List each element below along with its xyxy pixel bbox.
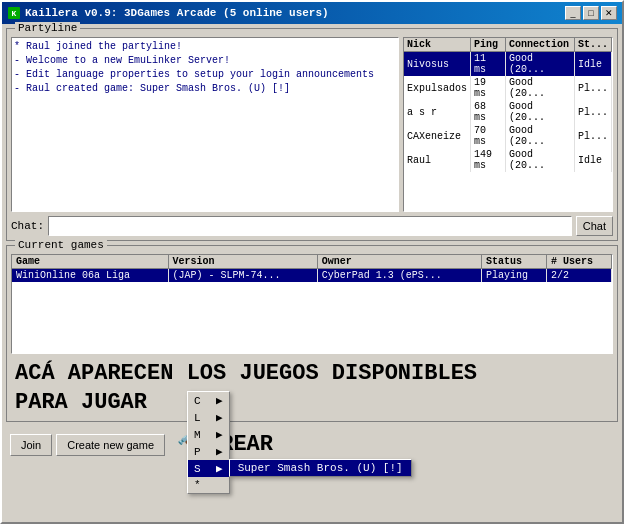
table-row[interactable]: Raul149 msGood (20...Idle xyxy=(404,148,612,172)
context-menu-item-p[interactable]: P▶ xyxy=(188,443,229,460)
chat-message: - Edit language properties to setup your… xyxy=(14,68,396,82)
user-nick: CAXeneize xyxy=(404,124,471,148)
context-menu-item-c[interactable]: C▶ xyxy=(188,392,229,409)
current-games-group: Current games Game Version Owner Status … xyxy=(6,245,618,422)
user-ping: 149 ms xyxy=(471,148,506,172)
partyline-content: * Raul joined the partyline!- Welcome to… xyxy=(7,29,617,240)
users-table-container: Nick Ping Connection St... Nivosus11 msG… xyxy=(403,37,613,212)
user-status: Idle xyxy=(574,52,611,77)
user-nick: Expulsados xyxy=(404,76,471,100)
submenu-arrow-icon: ▶ xyxy=(208,445,223,458)
col-game: Game xyxy=(12,255,168,269)
table-row[interactable]: WiniOnline 06a Liga(JAP) - SLPM-74...Cyb… xyxy=(12,269,612,283)
partyline-label: Partyline xyxy=(15,22,80,34)
games-table-container: Game Version Owner Status # Users WiniOn… xyxy=(11,254,613,354)
users-table: Nick Ping Connection St... Nivosus11 msG… xyxy=(404,38,612,172)
user-connection: Good (20... xyxy=(505,124,574,148)
chat-message: - Welcome to a new EmuLinker Server! xyxy=(14,54,396,68)
col-ping: Ping xyxy=(471,38,506,52)
user-status: Idle xyxy=(574,148,611,172)
window-title: Kaillera v0.9: 3DGames Arcade (5 online … xyxy=(25,7,329,19)
games-content: Game Version Owner Status # Users WiniOn… xyxy=(7,246,617,421)
submenu-arrow-icon: ▶ xyxy=(208,428,223,441)
col-nick: Nick xyxy=(404,38,471,52)
title-bar: K Kaillera v0.9: 3DGames Arcade (5 onlin… xyxy=(2,2,622,24)
app-icon: K xyxy=(7,6,21,20)
user-nick: Raul xyxy=(404,148,471,172)
context-menu-item-l[interactable]: L▶ xyxy=(188,409,229,426)
create-new-game-button[interactable]: Create new game xyxy=(56,434,165,456)
user-ping: 19 ms xyxy=(471,76,506,100)
title-controls: _ □ ✕ xyxy=(565,6,617,20)
join-button[interactable]: Join xyxy=(10,434,52,456)
col-status: Status xyxy=(482,255,547,269)
chat-message: - Raul created game: Super Smash Bros. (… xyxy=(14,82,396,96)
submenu-arrow-icon: ▶ xyxy=(208,394,223,407)
chat-input[interactable] xyxy=(48,216,572,236)
game-game: WiniOnline 06a Liga xyxy=(12,269,168,283)
bottom-buttons: Join Create new game 🔨 CREAR xyxy=(6,426,618,461)
menu-letter: L xyxy=(194,412,208,424)
games-table: Game Version Owner Status # Users WiniOn… xyxy=(12,255,612,282)
chat-send-button[interactable]: Chat xyxy=(576,216,613,236)
user-nick: Nivosus xyxy=(404,52,471,77)
promo-line1: ACÁ APARECEN LOS JUEGOS DISPONIBLES xyxy=(15,360,609,389)
game-status: Playing xyxy=(482,269,547,283)
table-row[interactable]: a s r68 msGood (20...Pl... xyxy=(404,100,612,124)
game-owner: CyberPad 1.3 (ePS... xyxy=(317,269,481,283)
submenu-arrow-icon: ▶ xyxy=(208,462,223,475)
maximize-button[interactable]: □ xyxy=(583,6,599,20)
user-nick: a s r xyxy=(404,100,471,124)
menu-letter: S xyxy=(194,463,208,475)
partyline-group: Partyline * Raul joined the partyline!- … xyxy=(6,28,618,241)
table-row[interactable]: Nivosus11 msGood (20...Idle xyxy=(404,52,612,77)
user-status: Pl... xyxy=(574,76,611,100)
main-window: K Kaillera v0.9: 3DGames Arcade (5 onlin… xyxy=(0,0,624,524)
submenu: Super Smash Bros. (U) [!] xyxy=(229,459,412,477)
promo-line2: PARA JUGAR xyxy=(15,389,609,418)
user-connection: Good (20... xyxy=(505,148,574,172)
user-ping: 68 ms xyxy=(471,100,506,124)
context-menu: C▶L▶M▶P▶S▶Super Smash Bros. (U) [!]* xyxy=(187,391,230,494)
col-owner: Owner xyxy=(317,255,481,269)
menu-letter: M xyxy=(194,429,208,441)
chat-log[interactable]: * Raul joined the partyline!- Welcome to… xyxy=(11,37,399,212)
menu-letter: C xyxy=(194,395,208,407)
user-ping: 11 ms xyxy=(471,52,506,77)
context-menu-item-s[interactable]: S▶Super Smash Bros. (U) [!] xyxy=(188,460,229,477)
svg-text:K: K xyxy=(12,9,17,18)
menu-letter: * xyxy=(194,479,208,491)
table-row[interactable]: CAXeneize70 msGood (20...Pl... xyxy=(404,124,612,148)
context-menu-item-*[interactable]: * xyxy=(188,477,229,493)
promo-text: ACÁ APARECEN LOS JUEGOS DISPONIBLES PARA… xyxy=(11,354,613,417)
partyline-inner: * Raul joined the partyline!- Welcome to… xyxy=(11,37,613,212)
submenu-arrow-icon: ▶ xyxy=(208,411,223,424)
game-version: (JAP) - SLPM-74... xyxy=(168,269,317,283)
close-button[interactable]: ✕ xyxy=(601,6,617,20)
col-status: St... xyxy=(574,38,611,52)
chat-message: * Raul joined the partyline! xyxy=(14,40,396,54)
user-connection: Good (20... xyxy=(505,52,574,77)
main-content: Partyline * Raul joined the partyline!- … xyxy=(2,24,622,465)
user-status: Pl... xyxy=(574,124,611,148)
col-version: Version xyxy=(168,255,317,269)
user-status: Pl... xyxy=(574,100,611,124)
user-connection: Good (20... xyxy=(505,76,574,100)
minimize-button[interactable]: _ xyxy=(565,6,581,20)
chat-input-row: Chat: Chat xyxy=(11,216,613,236)
title-bar-left: K Kaillera v0.9: 3DGames Arcade (5 onlin… xyxy=(7,6,329,20)
chat-label: Chat: xyxy=(11,220,44,232)
col-connection: Connection xyxy=(505,38,574,52)
col-users: # Users xyxy=(547,255,612,269)
submenu-item[interactable]: Super Smash Bros. (U) [!] xyxy=(230,460,411,476)
current-games-label: Current games xyxy=(15,239,107,251)
user-ping: 70 ms xyxy=(471,124,506,148)
context-menu-item-m[interactable]: M▶ xyxy=(188,426,229,443)
table-row[interactable]: Expulsados19 msGood (20...Pl... xyxy=(404,76,612,100)
menu-letter: P xyxy=(194,446,208,458)
user-connection: Good (20... xyxy=(505,100,574,124)
game-users: 2/2 xyxy=(547,269,612,283)
